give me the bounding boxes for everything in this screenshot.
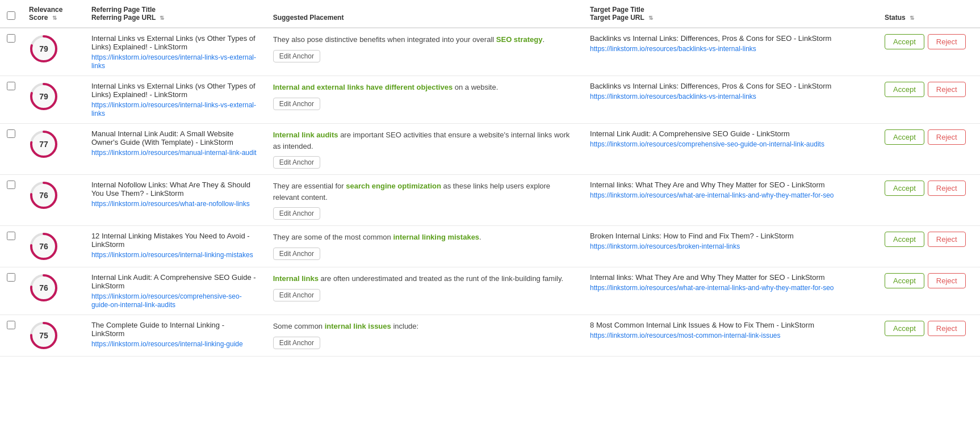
- reject-button[interactable]: Reject: [928, 129, 966, 145]
- header-status-col[interactable]: Status ⇅: [878, 0, 980, 28]
- referring-page-url[interactable]: https://linkstorm.io/resources/what-are-…: [91, 200, 250, 208]
- table-row: 79 Internal Links vs External Links (vs …: [0, 76, 980, 124]
- accept-button[interactable]: Accept: [885, 82, 924, 97]
- target-page-title: Backlinks vs Internal Links: Differences…: [590, 82, 871, 90]
- accept-button[interactable]: Accept: [885, 321, 924, 336]
- row-checkbox-cell: [0, 267, 22, 315]
- anchor-text: Internal links: [273, 274, 319, 283]
- target-page-title: Internal links: What They Are and Why Th…: [590, 181, 871, 189]
- referring-page-url[interactable]: https://linkstorm.io/resources/comprehen…: [91, 292, 242, 309]
- target-cell: Internal Link Audit: A Comprehensive SEO…: [583, 124, 878, 175]
- referring-page-url[interactable]: https://linkstorm.io/resources/internal-…: [91, 251, 253, 259]
- header-score-label2: Score ⇅: [29, 14, 57, 22]
- select-all-checkbox[interactable]: [7, 11, 15, 20]
- status-buttons: Accept Reject: [885, 273, 973, 288]
- row-checkbox[interactable]: [7, 129, 15, 138]
- header-status-label: Status ⇅: [885, 14, 914, 22]
- row-checkbox[interactable]: [7, 82, 15, 90]
- header-referring-title-label: Referring Page Title: [91, 6, 156, 14]
- edit-anchor-button[interactable]: Edit Anchor: [273, 98, 320, 110]
- placement-text: Internal links are often underestimated …: [273, 273, 576, 284]
- anchor-text: Internal link audits: [273, 131, 338, 139]
- header-checkbox-col: [0, 0, 22, 28]
- referring-cell: Internal Links vs External Links (vs Oth…: [85, 28, 266, 76]
- target-page-url[interactable]: https://linkstorm.io/resources/backlinks…: [590, 93, 756, 100]
- reject-button[interactable]: Reject: [928, 321, 966, 336]
- accept-button[interactable]: Accept: [885, 273, 924, 288]
- status-cell: Accept Reject: [878, 226, 980, 267]
- referring-page-title: Manual Internal Link Audit: A Small Webs…: [91, 129, 259, 146]
- anchor-text: SEO strategy: [496, 35, 543, 44]
- anchor-text: Internal and external links have differe…: [273, 83, 453, 91]
- target-page-title: Backlinks vs Internal Links: Differences…: [590, 34, 871, 43]
- row-checkbox[interactable]: [7, 321, 15, 329]
- placement-cell: Internal and external links have differe…: [266, 76, 583, 124]
- target-page-url[interactable]: https://linkstorm.io/resources/most-comm…: [590, 332, 780, 339]
- edit-anchor-button[interactable]: Edit Anchor: [273, 337, 320, 349]
- status-buttons: Accept Reject: [885, 321, 973, 336]
- target-sort-icon: ⇅: [648, 15, 653, 21]
- edit-anchor-button[interactable]: Edit Anchor: [273, 248, 320, 260]
- score-ring: 76: [29, 232, 58, 261]
- referring-page-url[interactable]: https://linkstorm.io/resources/internal-…: [91, 101, 256, 118]
- row-checkbox-cell: [0, 76, 22, 124]
- suggestions-table: Relevance Score ⇅ Referring Page Title R…: [0, 0, 980, 357]
- target-page-url[interactable]: https://linkstorm.io/resources/broken-in…: [590, 242, 740, 250]
- score-cell: 79: [22, 76, 85, 124]
- referring-page-url[interactable]: https://linkstorm.io/resources/manual-in…: [91, 149, 257, 157]
- referring-page-url[interactable]: https://linkstorm.io/resources/internal-…: [91, 53, 256, 70]
- header-referring-url-label: Referring Page URL ⇅: [91, 14, 164, 22]
- edit-anchor-button[interactable]: Edit Anchor: [273, 289, 320, 301]
- status-cell: Accept Reject: [878, 267, 980, 315]
- status-buttons: Accept Reject: [885, 232, 973, 247]
- row-checkbox[interactable]: [7, 273, 15, 282]
- target-cell: Backlinks vs Internal Links: Differences…: [583, 28, 878, 76]
- target-cell: 8 Most Common Internal Link Issues & How…: [583, 315, 878, 357]
- placement-cell: They also pose distinctive benefits when…: [266, 28, 583, 76]
- target-page-url[interactable]: https://linkstorm.io/resources/comprehen…: [590, 140, 824, 148]
- edit-anchor-button[interactable]: Edit Anchor: [273, 156, 320, 169]
- score-cell: 76: [22, 175, 85, 226]
- header-placement-label: Suggested Placement: [273, 14, 344, 22]
- status-cell: Accept Reject: [878, 315, 980, 357]
- score-cell: 76: [22, 226, 85, 267]
- score-cell: 75: [22, 315, 85, 357]
- row-checkbox[interactable]: [7, 181, 15, 189]
- placement-text: Internal and external links have differe…: [273, 82, 576, 93]
- table-row: 79 Internal Links vs External Links (vs …: [0, 28, 980, 76]
- target-page-title: Internal Link Audit: A Comprehensive SEO…: [590, 129, 871, 138]
- header-target-url-label: Target Page URL ⇅: [590, 14, 653, 22]
- accept-button[interactable]: Accept: [885, 232, 924, 247]
- target-page-url[interactable]: https://linkstorm.io/resources/backlinks…: [590, 45, 756, 53]
- score-value: 76: [39, 191, 48, 200]
- placement-text: Internal link audits are important SEO a…: [273, 129, 576, 152]
- referring-cell: 12 Internal Linking Mistakes You Need to…: [85, 226, 266, 267]
- accept-button[interactable]: Accept: [885, 34, 924, 49]
- row-checkbox[interactable]: [7, 34, 15, 43]
- score-value: 79: [39, 44, 48, 53]
- accept-button[interactable]: Accept: [885, 129, 924, 145]
- referring-page-title: Internal Links vs External Links (vs Oth…: [91, 82, 259, 99]
- reject-button[interactable]: Reject: [928, 273, 966, 288]
- row-checkbox-cell: [0, 28, 22, 76]
- status-cell: Accept Reject: [878, 28, 980, 76]
- referring-page-url[interactable]: https://linkstorm.io/resources/internal-…: [91, 340, 243, 348]
- header-score-col[interactable]: Relevance Score ⇅: [22, 0, 85, 28]
- reject-button[interactable]: Reject: [928, 181, 966, 196]
- header-target-col[interactable]: Target Page Title Target Page URL ⇅: [583, 0, 878, 28]
- row-checkbox-cell: [0, 124, 22, 175]
- edit-anchor-button[interactable]: Edit Anchor: [273, 207, 320, 220]
- reject-button[interactable]: Reject: [928, 82, 966, 97]
- reject-button[interactable]: Reject: [928, 34, 966, 49]
- header-referring-col[interactable]: Referring Page Title Referring Page URL …: [85, 0, 266, 28]
- row-checkbox-cell: [0, 175, 22, 226]
- target-page-url[interactable]: https://linkstorm.io/resources/what-are-…: [590, 191, 834, 199]
- accept-button[interactable]: Accept: [885, 181, 924, 196]
- reject-button[interactable]: Reject: [928, 232, 966, 247]
- status-buttons: Accept Reject: [885, 181, 973, 196]
- target-page-url[interactable]: https://linkstorm.io/resources/what-are-…: [590, 284, 834, 292]
- row-checkbox[interactable]: [7, 232, 15, 240]
- status-buttons: Accept Reject: [885, 129, 973, 145]
- edit-anchor-button[interactable]: Edit Anchor: [273, 50, 320, 62]
- status-cell: Accept Reject: [878, 175, 980, 226]
